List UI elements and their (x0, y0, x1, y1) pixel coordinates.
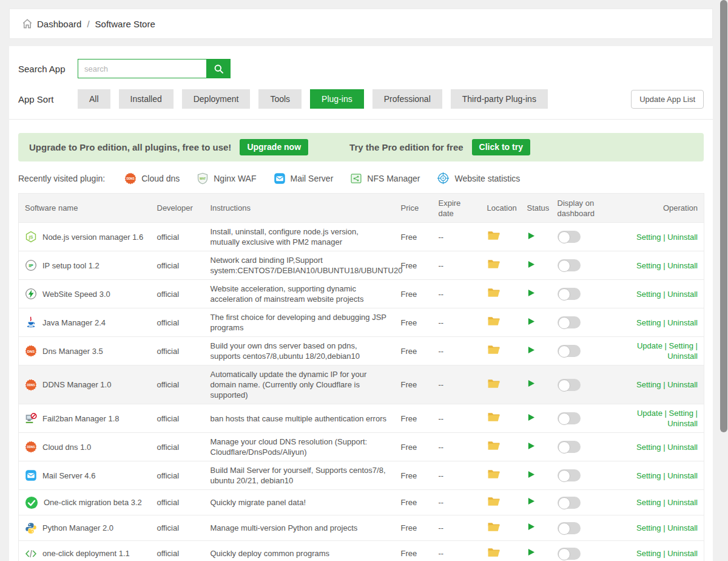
page-scrollbar-track[interactable] (720, 0, 728, 561)
folder-icon[interactable] (487, 547, 500, 558)
operation-cell: Setting | Uninstall (619, 365, 704, 404)
recent-plugin-label: Website statistics (454, 174, 520, 183)
home-icon[interactable] (22, 18, 33, 29)
folder-icon[interactable] (487, 230, 500, 241)
folder-icon[interactable] (487, 316, 500, 327)
dashboard-toggle[interactable] (558, 379, 581, 391)
search-button[interactable] (207, 59, 231, 78)
uninstall-link[interactable]: Uninstall (667, 380, 698, 389)
uninstall-link[interactable]: Uninstall (667, 352, 698, 361)
app-sort-row: App Sort AllInstalledDeploymentToolsPlug… (18, 89, 704, 109)
operation-cell: Setting | Uninstall (619, 541, 704, 561)
dashboard-toggle[interactable] (558, 522, 581, 534)
dashboard-toggle[interactable] (558, 316, 581, 328)
status-cell (521, 515, 551, 541)
recent-plugin-nfs-manager[interactable]: NFS Manager (350, 172, 420, 185)
page-scrollbar-thumb[interactable] (720, 0, 727, 432)
uninstall-link[interactable]: Uninstall (667, 419, 698, 428)
operation-cell: Setting | Uninstall (619, 251, 704, 280)
tab-plug-ins[interactable]: Plug-ins (310, 89, 364, 109)
app-sort-tabs: AllInstalledDeploymentToolsPlug-insProfe… (78, 89, 556, 109)
setting-link[interactable]: Setting (636, 523, 661, 532)
dashboard-toggle[interactable] (558, 345, 581, 357)
folder-icon[interactable] (487, 469, 500, 480)
folder-icon[interactable] (487, 496, 500, 507)
uninstall-link[interactable]: Uninstall (667, 443, 698, 452)
folder-icon[interactable] (487, 259, 500, 270)
dashboard-toggle[interactable] (558, 288, 581, 300)
running-status-icon (527, 346, 535, 354)
setting-link[interactable]: Setting (636, 261, 661, 270)
dashboard-toggle[interactable] (558, 441, 581, 453)
setting-link[interactable]: Setting (636, 471, 661, 480)
setting-link[interactable]: Setting (669, 341, 693, 350)
instructions-cell: Automatically update the dynamic IP for … (204, 365, 395, 404)
setting-link[interactable]: Setting (636, 233, 661, 242)
update-link[interactable]: Update (637, 341, 662, 350)
folder-icon[interactable] (487, 344, 500, 355)
folder-icon[interactable] (487, 440, 500, 451)
dashboard-toggle[interactable] (558, 469, 581, 481)
setting-link[interactable]: Setting (636, 443, 661, 452)
breadcrumb-dashboard[interactable]: Dashboard (37, 19, 81, 29)
developer-cell: official (151, 308, 204, 337)
recent-plugin-cloud-dns[interactable]: DDNSCloud dns (124, 172, 180, 185)
uninstall-link[interactable]: Uninstall (667, 549, 698, 558)
table-row-fail2ban-manager-1-8: Fail2ban Manager 1.8officialban hosts th… (19, 404, 704, 433)
expire-date-cell: -- (433, 433, 481, 461)
uninstall-link[interactable]: Uninstall (667, 318, 698, 327)
display-on-dashboard-cell (551, 223, 619, 251)
setting-link[interactable]: Setting (636, 549, 661, 558)
folder-icon[interactable] (487, 287, 500, 298)
update-link[interactable]: Update (637, 409, 662, 418)
click-to-try-button[interactable]: Click to try (472, 139, 530, 155)
uninstall-link[interactable]: Uninstall (667, 261, 698, 270)
setting-link[interactable]: Setting (636, 380, 661, 389)
recent-plugin-nginx-waf[interactable]: WAFNginx WAF (197, 172, 256, 185)
operation-cell: Update | Setting | Uninstall (619, 404, 704, 433)
tab-third-party-plug-ins[interactable]: Third-party Plug-ins (451, 89, 548, 109)
dashboard-toggle[interactable] (558, 259, 581, 271)
developer-cell: official (151, 404, 204, 433)
dashboard-toggle[interactable] (558, 231, 581, 243)
folder-icon[interactable] (487, 378, 500, 389)
tab-deployment[interactable]: Deployment (182, 89, 251, 109)
uninstall-link[interactable]: Uninstall (667, 233, 698, 242)
svg-text:DDNS: DDNS (127, 177, 135, 180)
setting-link[interactable]: Setting (669, 409, 693, 418)
uninstall-link[interactable]: Uninstall (667, 290, 698, 299)
price-cell: Free (395, 515, 433, 541)
uninstall-link[interactable]: Uninstall (667, 471, 698, 480)
folder-icon[interactable] (487, 412, 500, 423)
tab-installed[interactable]: Installed (119, 89, 174, 109)
recently-visited-row: Recently visited plugin: DDNSCloud dnsWA… (18, 172, 704, 185)
running-status-icon (527, 318, 535, 325)
display-on-dashboard-cell (551, 461, 619, 490)
setting-link[interactable]: Setting (636, 498, 661, 507)
uninstall-link[interactable]: Uninstall (667, 523, 698, 532)
operation-separator: | (661, 318, 668, 327)
operation-cell: Setting | Uninstall (619, 433, 704, 461)
update-app-list-button[interactable]: Update App List (631, 90, 704, 109)
operation-separator: | (661, 290, 668, 299)
tab-professional[interactable]: Professional (372, 89, 442, 109)
running-status-icon (527, 413, 535, 421)
dashboard-toggle[interactable] (558, 412, 581, 424)
developer-cell: official (151, 490, 204, 515)
app-sort-label: App Sort (18, 94, 78, 104)
setting-link[interactable]: Setting (636, 290, 661, 299)
upgrade-now-button[interactable]: Upgrade now (240, 139, 308, 155)
recent-plugin-mail-server[interactable]: Mail Server (274, 172, 334, 185)
uninstall-link[interactable]: Uninstall (667, 498, 698, 507)
dashboard-toggle[interactable] (558, 497, 581, 509)
setting-link[interactable]: Setting (636, 318, 661, 327)
price-cell: Free (395, 433, 433, 461)
search-input[interactable] (78, 59, 207, 78)
dashboard-toggle[interactable] (558, 548, 581, 560)
folder-icon[interactable] (487, 522, 500, 532)
display-on-dashboard-cell (551, 404, 619, 433)
tab-tools[interactable]: Tools (258, 89, 302, 109)
status-cell (521, 337, 551, 365)
tab-all[interactable]: All (78, 89, 110, 109)
recent-plugin-website-statistics[interactable]: Website statistics (437, 172, 520, 185)
